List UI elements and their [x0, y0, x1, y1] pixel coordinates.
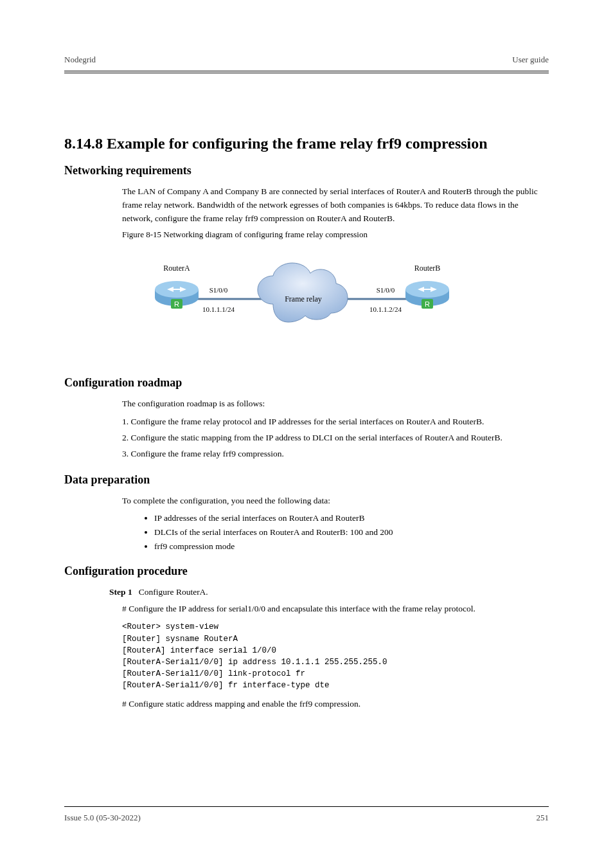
header-right: User guide — [512, 55, 549, 65]
heading-data-preparation: Data preparation — [64, 473, 549, 487]
cloud-label: Frame relay — [285, 294, 322, 303]
section-title: 8.14.8 Example for configuring the frame… — [64, 135, 549, 152]
router-b-interface: S1/0/0 — [377, 286, 395, 294]
heading-configuration-procedure: Configuration procedure — [64, 565, 549, 578]
router-b-icon: R — [405, 281, 449, 309]
step-1-comment-2: # Configure static address mapping and e… — [122, 698, 549, 711]
section-number: 8.14.8 — [64, 135, 103, 152]
networking-requirements-text: The LAN of Company A and Company B are c… — [122, 185, 549, 226]
section-title-text: Example for configuring the frame relay … — [107, 135, 488, 152]
dataprep-item: DLCIs of the serial interfaces on Router… — [154, 525, 549, 539]
figure-label: Figure 8-15 Networking diagram of config… — [122, 230, 549, 240]
header-left: Nodegrid — [64, 55, 96, 65]
roadmap-item: 1. Configure the frame relay protocol an… — [122, 415, 549, 429]
roadmap-list: 1. Configure the frame relay protocol an… — [122, 415, 549, 462]
cli-block: <Router> system-view [Router] sysname Ro… — [122, 621, 549, 691]
footer-rule — [64, 806, 549, 807]
svg-text:R: R — [425, 300, 430, 308]
roadmap-intro: The configuration roadmap is as follows: — [122, 397, 549, 411]
footer-left: Issue 5.0 (05-30-2022) — [64, 813, 141, 823]
figure-diagram: Frame relay R RouterA S1/0/0 10.1.1.1/24 — [122, 259, 482, 365]
dataprep-item: frf9 compression mode — [154, 539, 549, 554]
dataprep-list: IP addresses of the serial interfaces on… — [154, 511, 549, 553]
dataprep-item: IP addresses of the serial interfaces on… — [154, 511, 549, 525]
heading-networking-requirements: Networking requirements — [64, 164, 549, 177]
router-a-icon: R — [155, 281, 199, 309]
heading-configuration-roadmap: Configuration roadmap — [64, 376, 549, 390]
router-a-label: RouterA — [163, 264, 190, 273]
router-b-ip: 10.1.1.2/24 — [369, 305, 402, 313]
router-a-interface: S1/0/0 — [209, 286, 228, 294]
step-1-row: Step 1 Configure RouterA. — [109, 586, 549, 599]
step-1-text: Configure RouterA. — [139, 587, 208, 597]
step-1-label: Step 1 — [109, 587, 132, 597]
router-a-ip: 10.1.1.1/24 — [202, 305, 235, 313]
cloud-icon — [258, 263, 348, 322]
step-1-comment-1: # Configure the IP address for serial1/0… — [122, 602, 549, 616]
router-b-label: RouterB — [414, 264, 441, 273]
footer-right: 251 — [537, 813, 549, 823]
roadmap-item: 2. Configure the static mapping from the… — [122, 431, 549, 446]
svg-text:R: R — [174, 300, 179, 308]
network-diagram-svg: Frame relay R RouterA S1/0/0 10.1.1.1/24 — [122, 259, 482, 362]
dataprep-intro: To complete the configuration, you need … — [122, 494, 549, 508]
header-rule — [64, 71, 549, 73]
roadmap-item: 3. Configure the frame relay frf9 compre… — [122, 447, 549, 462]
